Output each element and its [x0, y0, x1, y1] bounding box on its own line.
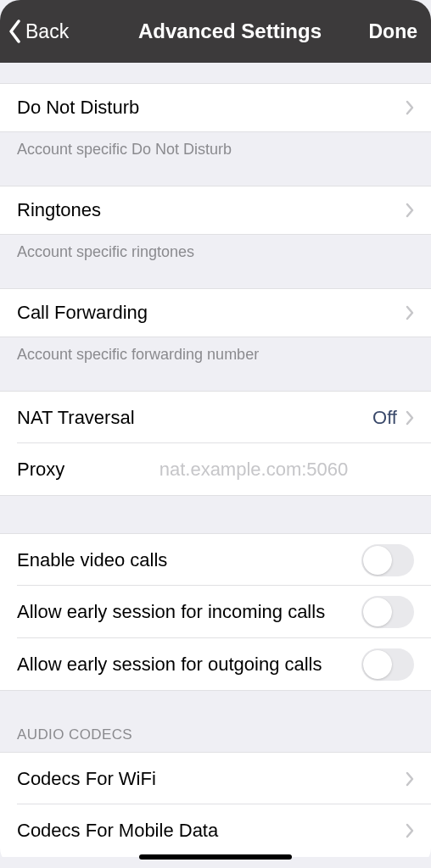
navbar: Back Advanced Settings Done	[0, 0, 431, 63]
audio-codecs-header: AUDIO CODECS	[0, 726, 431, 752]
chevron-right-icon	[406, 100, 414, 115]
page-title: Advanced Settings	[102, 19, 358, 43]
switch-knob	[363, 546, 392, 575]
switch-knob	[363, 598, 392, 626]
content-scroll[interactable]: Do Not Disturb Account specific Do Not D…	[0, 63, 431, 868]
spacer	[0, 159, 431, 186]
proxy-label: Proxy	[17, 459, 76, 481]
nat-traversal-value: Off	[372, 407, 397, 429]
enable-video-calls-row: Enable video calls	[0, 533, 431, 586]
early-session-outgoing-row: Allow early session for outgoing calls	[0, 638, 431, 691]
proxy-row: Proxy	[0, 443, 431, 496]
done-button[interactable]: Done	[369, 20, 418, 42]
chevron-right-icon	[406, 305, 414, 320]
codecs-wifi-row[interactable]: Codecs For WiFi	[0, 752, 431, 804]
early-session-outgoing-switch[interactable]	[361, 648, 414, 681]
back-button[interactable]: Back	[8, 19, 102, 43]
back-label: Back	[25, 20, 69, 43]
nat-traversal-row[interactable]: NAT Traversal Off	[0, 391, 431, 443]
spacer	[0, 496, 431, 533]
nat-traversal-label: NAT Traversal	[17, 407, 135, 429]
codecs-mobile-label: Codecs For Mobile Data	[17, 820, 218, 842]
chevron-right-icon	[406, 410, 414, 426]
early-session-incoming-row: Allow early session for incoming calls	[0, 586, 431, 638]
call-forwarding-footer: Account specific forwarding number	[0, 337, 431, 364]
ringtones-row[interactable]: Ringtones	[0, 186, 431, 235]
do-not-disturb-row[interactable]: Do Not Disturb	[0, 83, 431, 132]
ringtones-label: Ringtones	[17, 199, 101, 221]
spacer	[0, 261, 431, 288]
spacer	[0, 691, 431, 726]
ringtones-footer: Account specific ringtones	[0, 235, 431, 261]
call-forwarding-label: Call Forwarding	[17, 302, 148, 324]
early-session-outgoing-label: Allow early session for outgoing calls	[17, 654, 333, 676]
spacer	[0, 63, 431, 83]
switch-knob	[363, 650, 392, 679]
codecs-mobile-row[interactable]: Codecs For Mobile Data	[0, 804, 431, 857]
home-indicator[interactable]	[139, 854, 292, 860]
spacer	[0, 364, 431, 391]
chevron-right-icon	[406, 203, 414, 218]
early-session-incoming-label: Allow early session for incoming calls	[17, 601, 335, 623]
codecs-wifi-label: Codecs For WiFi	[17, 768, 156, 790]
chevron-left-icon	[8, 19, 22, 43]
chevron-right-icon	[406, 771, 414, 787]
enable-video-calls-switch[interactable]	[361, 544, 414, 576]
do-not-disturb-footer: Account specific Do Not Disturb	[0, 132, 431, 159]
call-forwarding-row[interactable]: Call Forwarding	[0, 288, 431, 337]
enable-video-calls-label: Enable video calls	[17, 549, 177, 571]
early-session-incoming-switch[interactable]	[361, 596, 414, 628]
do-not-disturb-label: Do Not Disturb	[17, 97, 139, 119]
proxy-input[interactable]	[93, 459, 414, 481]
chevron-right-icon	[406, 823, 414, 838]
